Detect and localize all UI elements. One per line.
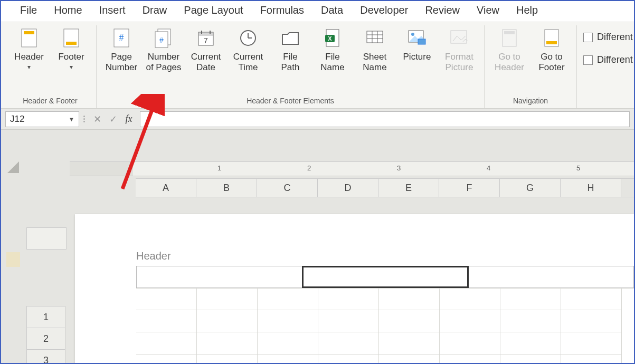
cell[interactable] — [379, 332, 440, 355]
cell[interactable] — [500, 289, 561, 310]
column-header[interactable]: G — [500, 179, 561, 197]
cell[interactable] — [136, 289, 197, 310]
cell[interactable] — [136, 310, 197, 332]
svg-point-26 — [411, 33, 414, 36]
cell[interactable] — [500, 310, 561, 332]
cell[interactable] — [379, 310, 440, 332]
svg-rect-1 — [24, 31, 34, 34]
file-name-button[interactable]: X File Name — [312, 25, 353, 94]
drag-handle-icon[interactable] — [79, 116, 89, 122]
current-time-label: Current Time — [233, 52, 263, 73]
cell[interactable] — [500, 332, 561, 355]
row-header[interactable]: 2 — [26, 328, 65, 350]
header-right-section[interactable] — [468, 266, 633, 288]
svg-text:#: # — [119, 33, 124, 42]
current-time-button[interactable]: Current Time — [228, 25, 269, 94]
column-header[interactable]: E — [378, 179, 439, 197]
current-date-label: Current Date — [191, 52, 221, 73]
insert-function-button[interactable]: fx — [121, 113, 137, 124]
picture-button[interactable]: Picture — [396, 25, 438, 94]
cell[interactable] — [197, 310, 258, 332]
svg-rect-10 — [198, 32, 213, 36]
goto-footer-icon — [541, 27, 562, 49]
header-left-section[interactable] — [137, 266, 302, 288]
goto-header-icon — [499, 27, 520, 49]
calendar-icon: 7 — [195, 27, 216, 49]
menu-page-layout[interactable]: Page Layout — [184, 4, 243, 16]
cell[interactable] — [379, 355, 440, 364]
cell[interactable] — [258, 289, 318, 310]
name-box-value: J12 — [10, 114, 24, 124]
cell[interactable] — [561, 355, 622, 364]
cell[interactable] — [318, 332, 379, 355]
cell[interactable] — [197, 289, 258, 310]
cell[interactable] — [136, 332, 197, 355]
ribbon-options: Different Different — [577, 25, 635, 108]
file-path-button[interactable]: File Path — [270, 25, 311, 94]
group-navigation: Go to Header Go to Footer Navigation — [485, 25, 577, 108]
menu-review[interactable]: Review — [425, 4, 460, 16]
cell[interactable] — [258, 355, 318, 364]
menu-insert[interactable]: Insert — [99, 4, 126, 16]
page-number-button[interactable]: # Page Number — [101, 25, 142, 94]
column-header[interactable]: C — [257, 179, 318, 197]
checkbox-icon — [583, 55, 593, 65]
ruler-tick: 2 — [307, 164, 311, 172]
cell[interactable] — [561, 332, 622, 355]
cell[interactable] — [440, 332, 500, 355]
column-header[interactable]: D — [318, 179, 378, 197]
row-header[interactable]: 3 — [26, 349, 65, 364]
column-header[interactable]: B — [196, 179, 257, 197]
number-of-pages-button[interactable]: # Number of Pages — [143, 25, 184, 94]
column-header[interactable]: F — [439, 179, 500, 197]
cell[interactable] — [318, 310, 379, 332]
different-odd-check[interactable]: Different — [583, 54, 633, 65]
pages-hash-icon: # — [153, 27, 174, 49]
menu-file[interactable]: File — [20, 4, 37, 16]
formula-input[interactable] — [140, 111, 630, 127]
chevron-down-icon: ▾ — [70, 63, 73, 71]
svg-rect-32 — [546, 41, 557, 44]
footer-button[interactable]: Footer ▾ — [51, 25, 92, 94]
menu-help[interactable]: Help — [516, 4, 538, 16]
menu-developer[interactable]: Developer — [360, 4, 408, 16]
column-header[interactable]: A — [136, 179, 196, 197]
header-button[interactable]: Header ▾ — [8, 25, 50, 94]
cell[interactable] — [500, 355, 561, 364]
cell[interactable] — [561, 289, 622, 310]
menu-view[interactable]: View — [477, 4, 499, 16]
cell[interactable] — [440, 289, 500, 310]
menu-draw[interactable]: Draw — [143, 4, 167, 16]
name-box[interactable]: J12 ▼ — [5, 111, 79, 127]
current-date-button[interactable]: 7 Current Date — [185, 25, 226, 94]
svg-text:7: 7 — [204, 36, 208, 45]
group-header-footer: Header ▾ Footer ▾ Header & Footer — [1, 25, 97, 108]
menu-data[interactable]: Data — [321, 4, 343, 16]
cell[interactable] — [258, 310, 318, 332]
footer-button-label: Footer — [58, 52, 84, 62]
row-header[interactable]: 1 — [26, 306, 65, 328]
cell[interactable] — [379, 289, 440, 310]
cell[interactable] — [561, 310, 622, 332]
row-headers: 1 2 3 — [26, 306, 65, 364]
menu-formulas[interactable]: Formulas — [260, 4, 304, 16]
cell[interactable] — [318, 289, 379, 310]
cell[interactable] — [258, 332, 318, 355]
column-header[interactable]: H — [561, 179, 621, 197]
sheet-name-button[interactable]: Sheet Name — [354, 25, 395, 94]
header-center-section[interactable] — [302, 266, 468, 288]
cell[interactable] — [440, 310, 500, 332]
cell[interactable] — [197, 355, 258, 364]
excel-file-icon: X — [322, 27, 343, 49]
column-headers: A B C D E F G H — [136, 178, 634, 197]
cell[interactable] — [136, 355, 197, 364]
goto-footer-button[interactable]: Go to Footer — [531, 25, 572, 94]
different-first-check[interactable]: Different — [583, 32, 633, 43]
cell[interactable] — [197, 332, 258, 355]
select-all-triangle[interactable] — [7, 161, 19, 173]
cell[interactable] — [318, 355, 379, 364]
horizontal-ruler: 1 2 3 4 5 — [70, 161, 634, 176]
cell[interactable] — [440, 355, 500, 364]
menu-home[interactable]: Home — [54, 4, 82, 16]
header-section-label: Header — [136, 250, 171, 262]
